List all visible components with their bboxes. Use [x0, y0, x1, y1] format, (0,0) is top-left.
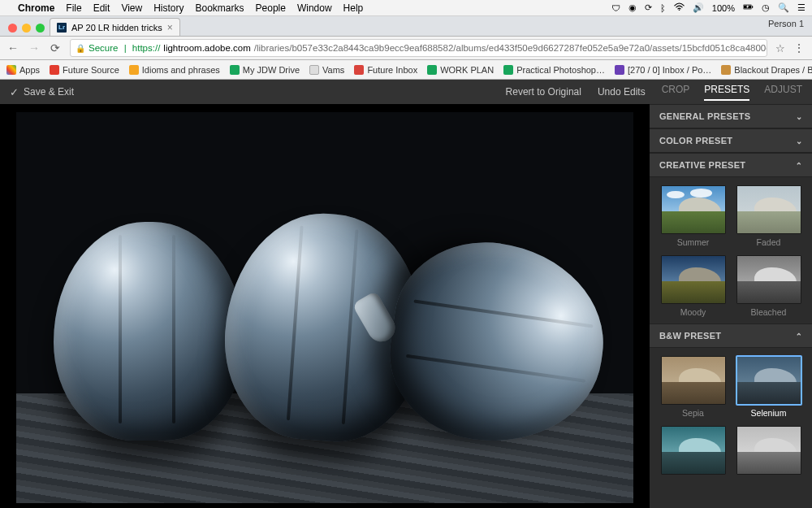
bookmark-item[interactable]: Blackout Drapes / B… [721, 65, 812, 75]
url-scheme: https:// [132, 43, 161, 53]
clock-icon[interactable]: ◷ [762, 2, 770, 13]
preset-sepia[interactable]: Sepia [659, 356, 727, 418]
menu-history[interactable]: History [153, 2, 184, 14]
apps-icon [6, 65, 16, 75]
tab-adjust[interactable]: ADJUST [764, 84, 802, 101]
menu-help[interactable]: Help [343, 2, 364, 14]
menu-extras-icon[interactable]: ☰ [797, 2, 806, 13]
creative-presets-grid: Summer Faded Moody Bleached [650, 177, 812, 323]
bookmark-item[interactable]: [270 / 0] Inbox / Po… [615, 65, 711, 75]
mac-menu-bar: Chrome File Edit View History Bookmarks … [0, 0, 812, 16]
bookmark-label: Practical Photoshop… [516, 65, 605, 75]
menu-bookmarks[interactable]: Bookmarks [196, 2, 244, 14]
bookmark-label: My JDW Drive [243, 65, 300, 75]
bookmark-item[interactable]: Practical Photoshop… [503, 65, 605, 75]
section-general-presets[interactable]: GENERAL PRESETS ⌄ [650, 104, 812, 128]
section-bw-preset[interactable]: B&W PRESET ⌄ [650, 323, 812, 348]
preset-bw-4[interactable] [735, 426, 802, 478]
tab-favicon: Lr [57, 23, 67, 33]
secure-label: Secure [89, 43, 118, 53]
bookmark-icon [427, 65, 437, 75]
minimize-window-button[interactable] [22, 24, 31, 33]
bookmark-item[interactable]: Future Inbox [354, 65, 417, 75]
menu-view[interactable]: View [121, 2, 142, 14]
preset-label: Selenium [751, 408, 787, 418]
bookmark-item[interactable]: Idioms and phrases [129, 65, 220, 75]
eye-icon[interactable]: ◉ [628, 2, 637, 13]
bookmark-star-icon[interactable]: ☆ [775, 42, 785, 54]
section-title: CREATIVE PRESET [659, 160, 745, 170]
bookmark-label: Future Source [63, 65, 119, 75]
bookmark-icon [615, 65, 624, 75]
sync-icon[interactable]: ⟳ [645, 2, 652, 13]
menu-file[interactable]: File [66, 2, 81, 14]
photo-canvas[interactable] [16, 112, 633, 503]
tab-close-icon[interactable]: × [167, 22, 173, 33]
bookmark-item[interactable]: WORK PLAN [427, 65, 494, 75]
preset-moody[interactable]: Moody [659, 255, 727, 317]
bookmark-icon [721, 65, 731, 75]
chevron-up-icon: ⌄ [796, 161, 802, 170]
check-icon: ✓ [10, 86, 19, 98]
tab-presets[interactable]: PRESETS [704, 84, 749, 101]
preset-label: Moody [680, 307, 706, 317]
back-button[interactable]: ← [6, 41, 19, 54]
canvas-area [0, 104, 650, 508]
section-title: B&W PRESET [659, 331, 721, 341]
menu-edit[interactable]: Edit [93, 2, 110, 14]
photo-subject [54, 222, 245, 441]
bookmark-icon [50, 65, 59, 75]
browser-chrome: Lr AP 20 LR hidden tricks × Person 1 ← →… [0, 16, 812, 80]
chevron-down-icon: ⌄ [796, 112, 802, 121]
lightroom-app: ✓ Save & Exit Revert to Original Undo Ed… [0, 80, 812, 508]
bw-presets-grid: Sepia Selenium [650, 348, 812, 484]
preset-bw-3[interactable] [659, 426, 727, 478]
section-title: GENERAL PRESETS [659, 111, 751, 121]
bookmark-item[interactable]: My JDW Drive [230, 65, 300, 75]
preset-thumb [736, 356, 801, 405]
wifi-icon[interactable] [674, 2, 685, 14]
close-window-button[interactable] [8, 24, 17, 33]
undo-button[interactable]: Undo Edits [598, 86, 646, 98]
chrome-menu-icon[interactable]: ⋮ [793, 41, 806, 54]
preset-bleached[interactable]: Bleached [735, 255, 802, 317]
shield-icon[interactable]: 🛡︎ [611, 3, 620, 13]
bookmark-label: Blackout Drapes / B… [734, 65, 812, 75]
bookmark-item[interactable]: Vams [309, 65, 344, 75]
save-exit-button[interactable]: ✓ Save & Exit [10, 86, 74, 98]
battery-icon[interactable] [743, 2, 754, 14]
forward-button[interactable]: → [28, 41, 41, 54]
address-bar[interactable]: 🔒 Secure | https://lightroom.adobe.com/l… [70, 39, 767, 57]
preset-thumb [736, 255, 801, 304]
profile-label[interactable]: Person 1 [768, 19, 804, 28]
reload-button[interactable]: ⟳ [49, 41, 62, 54]
menu-window[interactable]: Window [297, 2, 332, 14]
preset-selenium[interactable]: Selenium [735, 356, 802, 418]
maximize-window-button[interactable] [36, 24, 45, 33]
preset-thumb [661, 255, 726, 304]
chevron-down-icon: ⌄ [796, 137, 802, 145]
spotlight-icon[interactable]: 🔍 [778, 2, 789, 13]
volume-icon[interactable]: 🔊 [693, 2, 704, 13]
preset-thumb [736, 185, 801, 234]
preset-summer[interactable]: Summer [659, 185, 727, 247]
bookmark-label: Apps [19, 65, 40, 75]
browser-tab[interactable]: Lr AP 20 LR hidden tricks × [50, 18, 180, 36]
tab-title: AP 20 LR hidden tricks [71, 23, 162, 33]
preset-faded[interactable]: Faded [735, 185, 802, 247]
section-creative-preset[interactable]: CREATIVE PRESET ⌄ [650, 153, 812, 177]
revert-button[interactable]: Revert to Original [506, 86, 581, 98]
preset-label: Summer [677, 237, 710, 247]
menu-app-name[interactable]: Chrome [18, 2, 54, 14]
menu-people[interactable]: People [256, 2, 286, 14]
svg-point-0 [679, 9, 680, 11]
section-color-preset[interactable]: COLOR PRESET ⌄ [650, 128, 812, 153]
url-path: /libraries/b057e33c2a8443ca9b9ecc9eaf688… [254, 43, 767, 53]
bookmark-label: Idioms and phrases [142, 65, 220, 75]
bluetooth-icon[interactable]: ᛒ [660, 3, 666, 13]
bookmark-icon [129, 65, 139, 75]
tab-crop[interactable]: CROP [662, 84, 690, 101]
bookmark-apps[interactable]: Apps [6, 65, 40, 75]
url-separator: | [121, 43, 128, 53]
bookmark-item[interactable]: Future Source [50, 65, 119, 75]
